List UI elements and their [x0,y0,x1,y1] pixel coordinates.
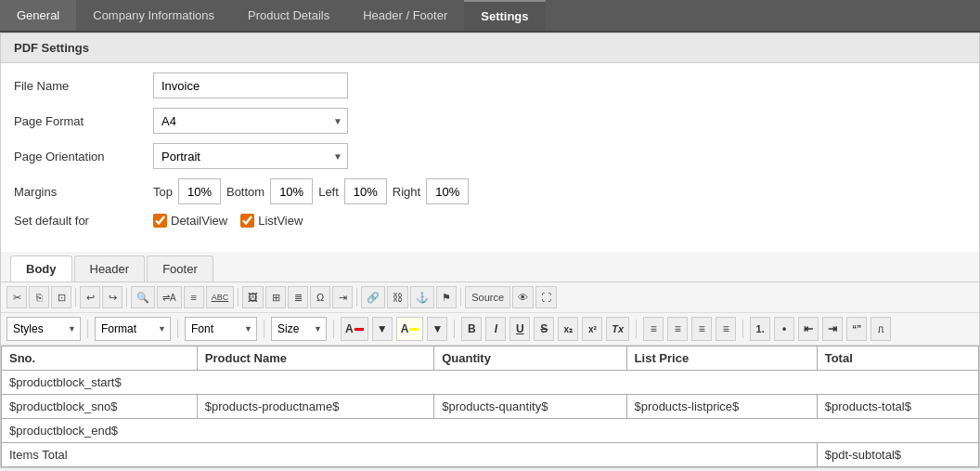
top-navigation: General Company Informations Product Det… [0,0,980,33]
productblock-sno-cell: $productblock_sno$ [2,395,198,419]
editor-toolbar-row2: Styles ▼ Format ▼ Font ▼ Size ▼ A ▼ [1,313,979,346]
find-button[interactable]: 🔍 [131,286,155,308]
spellcheck-button[interactable]: ABC [206,286,235,308]
table-header-list-price: List Price [626,347,817,371]
top-margin-label: Top [153,185,173,199]
dd-sep-4 [333,320,334,338]
flag-button[interactable]: ⚑ [436,286,457,308]
font-color-button[interactable]: A [341,317,368,341]
tab-settings[interactable]: Settings [464,0,545,31]
tab-header[interactable]: Header [74,255,146,281]
tab-company-informations[interactable]: Company Informations [76,0,231,31]
font-color-arrow[interactable]: ▼ [372,317,393,341]
insert-image-button[interactable]: 🖼 [242,286,264,308]
bold-button[interactable]: B [461,317,482,341]
pdf-settings-form: File Name Page Format A4 A3 Letter ▼ Pag… [1,63,979,246]
insert-table-button[interactable]: ⊞ [265,286,286,308]
align-center-button[interactable]: ≡ [667,317,688,341]
tab-header-footer[interactable]: Header / Footer [346,0,464,31]
styles-dropdown[interactable]: Styles [6,317,81,341]
align-justify-button[interactable]: ≡ [716,317,736,341]
checkbox-group: DetailView ListView [153,214,303,228]
remove-format-button[interactable]: Tx [606,317,629,341]
tab-general[interactable]: General [0,0,76,31]
page-break-button[interactable]: ⇥ [332,286,353,308]
productblock-end-cell: $productblock_end$ [2,419,979,443]
strikethrough-button[interactable]: S [534,317,554,341]
dd-sep-1 [87,320,88,338]
tab-footer[interactable]: Footer [147,255,213,281]
right-margin-input[interactable] [426,178,469,204]
set-default-row: Set default for DetailView ListView [14,214,966,228]
indent-button[interactable]: ⇥ [822,317,843,341]
subscript-button[interactable]: x₂ [558,317,578,341]
page-format-select[interactable]: A4 A3 Letter [153,108,348,134]
left-margin-input[interactable] [344,178,387,204]
ordered-list-button[interactable]: 1. [750,317,770,341]
products-total-cell: $products-total$ [817,395,978,419]
set-default-label: Set default for [14,214,144,228]
special-char-button[interactable]: Ω [310,286,330,308]
align-left-button[interactable]: ≡ [643,317,664,341]
pdt-subtotal-cell: $pdt-subtotal$ [817,443,978,467]
underline-button[interactable]: U [509,317,530,341]
paste-button[interactable]: ⊡ [51,286,71,308]
preview-button[interactable]: 👁 [512,286,534,308]
dd-sep-7 [742,320,743,338]
items-total-label-cell: Items Total [2,443,818,467]
separator-5 [460,288,461,307]
highlight-button[interactable]: A [396,317,424,341]
detail-view-checkbox[interactable] [153,214,167,228]
align-right-button[interactable]: ≡ [691,317,712,341]
find-replace-button[interactable]: ⇌A [157,286,182,308]
products-productname-cell: $products-productname$ [197,395,433,419]
unordered-list-button[interactable]: • [774,317,794,341]
bottom-margin-input[interactable] [270,178,313,204]
table-row: $productblock_end$ [2,419,979,443]
detail-view-checkbox-label[interactable]: DetailView [153,214,227,228]
detail-view-label: DetailView [171,214,227,228]
dd-sep-6 [636,320,637,338]
redo-button[interactable]: ↪ [102,286,122,308]
blockquote-button[interactable]: “” [846,317,867,341]
products-listprice-cell: $products-listprice$ [626,395,817,419]
list-view-checkbox-label[interactable]: ListView [240,214,303,228]
margins-inputs: Top Bottom Left Right [153,178,469,204]
line-button[interactable]: ⎍ [870,317,891,341]
unlink-button[interactable]: ⛓ [387,286,408,308]
font-dropdown-wrap: Font ▼ [185,317,257,341]
dd-sep-2 [177,320,178,338]
source-button[interactable]: Source [465,286,510,308]
horizontal-line-button[interactable]: ≣ [288,286,308,308]
file-name-row: File Name [14,72,966,98]
editor-content-area: Sno. Product Name Quantity List Price To… [1,346,979,467]
page-format-row: Page Format A4 A3 Letter ▼ [14,108,966,134]
superscript-button[interactable]: x² [582,317,602,341]
cut-button[interactable]: ✂ [6,286,27,308]
productblock-start-cell: $productblock_start$ [2,371,979,395]
undo-button[interactable]: ↩ [80,286,100,308]
link-button[interactable]: 🔗 [361,286,385,308]
right-margin-label: Right [393,185,420,199]
maximize-button[interactable]: ⛶ [535,286,557,308]
copy-button[interactable]: ⎘ [29,286,49,308]
list-view-checkbox[interactable] [240,214,254,228]
outdent-button[interactable]: ⇤ [798,317,819,341]
page-orientation-select[interactable]: Portrait Landscape [153,143,348,169]
font-dropdown[interactable]: Font [185,317,257,341]
product-table: Sno. Product Name Quantity List Price To… [1,346,979,467]
anchor-button[interactable]: ⚓ [410,286,434,308]
file-name-input[interactable] [153,72,348,98]
format-dropdown[interactable]: Format [95,317,171,341]
highlight-arrow[interactable]: ▼ [427,317,447,341]
separator-1 [75,288,76,307]
select-all-button[interactable]: ≡ [184,286,204,308]
size-dropdown[interactable]: Size [271,317,327,341]
sub-tabs-bar: Body Header Footer [1,252,979,282]
italic-button[interactable]: I [485,317,506,341]
top-margin-input[interactable] [178,178,221,204]
tab-body[interactable]: Body [10,255,72,281]
main-content-area: PDF Settings File Name Page Format A4 A3… [0,33,980,468]
file-name-label: File Name [14,79,144,93]
tab-product-details[interactable]: Product Details [231,0,346,31]
